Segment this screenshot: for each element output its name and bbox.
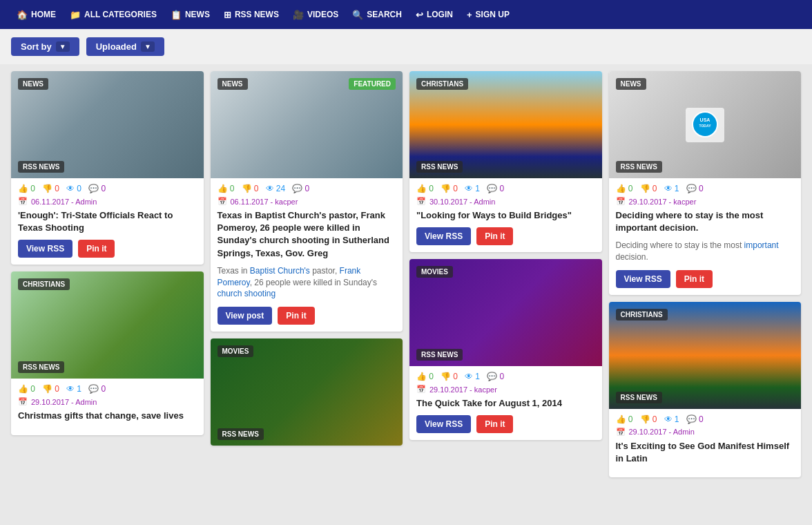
nav-rss-news-label: RSS NEWS [235, 10, 279, 19]
dislikes: 👎 0 [640, 414, 657, 424]
comments: 💬 0 [487, 372, 504, 381]
card-body: 👍 0 👎 0 👁 1 💬 0 📅 30.10.2017 - Admin "Lo… [409, 178, 602, 252]
likes: 👍 0 [416, 184, 434, 193]
card-image-wrap: CHRISTIANS RSS NEWS [409, 71, 602, 178]
card-actions: View RSS Pin it [416, 227, 595, 245]
signup-icon: + [467, 10, 472, 20]
calendar-icon: 📅 [616, 428, 626, 437]
card-date: 📅 29.10.2017 - kacper [416, 385, 595, 394]
pin-button[interactable]: Pin it [278, 307, 314, 325]
nav-home-label: HOME [31, 10, 56, 19]
toolbar: Sort by ▼ Uploaded ▼ [0, 29, 812, 64]
excerpt-link-1[interactable]: Baptist Church's [250, 266, 310, 276]
excerpt-link-3[interactable]: church shooting [218, 289, 276, 298]
nav-search[interactable]: 🔍 SEARCH [347, 0, 407, 29]
view-post-button[interactable]: View post [218, 307, 273, 325]
column-3: CHRISTIANS RSS NEWS 👍 0 👎 0 👁 1 💬 0 📅 30… [409, 71, 602, 440]
category-badge: CHRISTIANS [18, 278, 70, 290]
svg-text:TODAY: TODAY [699, 124, 711, 128]
excerpt-link[interactable]: important [744, 240, 779, 250]
card-title: Deciding where to stay is the most impor… [616, 209, 795, 234]
rss-badge: RSS NEWS [18, 161, 64, 173]
card-body: 👍 0 👎 0 👁 0 💬 0 📅 06.11.2017 - Admin 'En… [11, 178, 204, 265]
card-excerpt: Deciding where to stay is the most impor… [616, 240, 795, 263]
card-quick-take: MOVIES RSS NEWS 👍 0 👎 0 👁 1 💬 0 📅 29.10.… [409, 259, 602, 440]
nav-videos-label: VIDEOS [307, 10, 338, 19]
content-grid: NEWS RSS NEWS 👍 0 👎 0 👁 0 💬 0 📅 06.11.20… [0, 64, 812, 484]
calendar-icon: 📅 [18, 397, 28, 406]
comments: 💬 0 [487, 184, 504, 193]
card-title: 'Enough': Tri-State Officials React to T… [18, 209, 197, 234]
card-actions: View post Pin it [218, 307, 396, 325]
card-body: 👍 0 👎 0 👁 1 💬 0 📅 29.10.2017 - Admin It'… [609, 409, 802, 477]
nav-news-label: NEWS [185, 10, 210, 19]
comments: 💬 0 [686, 184, 704, 193]
nav-categories[interactable]: 📁 ALL CATEGORIES [64, 0, 162, 29]
likes: 👍 0 [218, 184, 235, 193]
news-icon: 📋 [171, 10, 182, 20]
card-actions: View RSS Pin it [616, 270, 795, 288]
card-actions: View RSS Pin it [18, 240, 197, 258]
nav-signup-label: SIGN UP [476, 10, 510, 19]
card-title: It's Exciting to See God Manifest Himsel… [616, 440, 795, 465]
card-stats: 👍 0 👎 0 👁 1 💬 0 [18, 384, 197, 394]
comments: 💬 0 [292, 184, 309, 193]
view-rss-button[interactable]: View RSS [616, 270, 670, 288]
dislikes: 👎 0 [42, 184, 59, 193]
nav-rss-news[interactable]: ⊞ RSS NEWS [218, 0, 284, 29]
dislikes: 👎 0 [242, 184, 259, 193]
nav-signup[interactable]: + SIGN UP [461, 0, 515, 29]
view-rss-button[interactable]: View RSS [416, 227, 471, 245]
rss-badge: RSS NEWS [616, 392, 662, 403]
dislikes: 👎 0 [441, 184, 458, 193]
nav-login-label: LOGIN [427, 10, 453, 19]
pin-button[interactable]: Pin it [78, 240, 115, 258]
card-image-wrap: MOVIES RSS NEWS [409, 259, 602, 366]
rss-badge: RSS NEWS [218, 428, 264, 440]
likes: 👍 0 [18, 184, 35, 193]
card-stats: 👍 0 👎 0 👁 1 💬 0 [616, 414, 795, 424]
rss-news-icon: ⊞ [224, 10, 231, 20]
pin-button[interactable]: Pin it [476, 415, 513, 433]
likes: 👍 0 [616, 184, 633, 193]
card-title: "Looking for Ways to Build Bridges" [416, 209, 595, 222]
search-icon: 🔍 [352, 10, 363, 20]
card-title: Christmas gifts that change, save lives [18, 410, 197, 422]
card-date: 📅 30.10.2017 - Admin [416, 197, 595, 206]
card-image-wrap: NEWS RSS NEWS [11, 71, 204, 178]
pin-button[interactable]: Pin it [676, 270, 713, 288]
card-stats: 👍 0 👎 0 👁 24 💬 0 [218, 184, 396, 193]
views: 👁 24 [266, 184, 286, 193]
view-rss-button[interactable]: View RSS [18, 240, 72, 258]
card-deciding-stay: NEWS RSS NEWS USA TODAY 👍 0 👎 0 [609, 71, 802, 295]
sort-by-button[interactable]: Sort by ▼ [11, 37, 79, 56]
card-image-wrap: NEWS FEATURED [211, 71, 403, 178]
views: 👁 1 [66, 384, 81, 394]
nav-login[interactable]: ↩ LOGIN [410, 0, 458, 29]
likes: 👍 0 [416, 372, 434, 381]
card-title: Texas in Baptist Church's pastor, Frank … [218, 209, 396, 260]
pin-button[interactable]: Pin it [476, 227, 513, 245]
card-date: 📅 29.10.2017 - Admin [616, 428, 795, 437]
nav-videos[interactable]: 🎥 VIDEOS [287, 0, 344, 29]
uploaded-button[interactable]: Uploaded ▼ [86, 37, 164, 56]
views: 👁 0 [66, 184, 81, 193]
rss-badge: RSS NEWS [416, 161, 463, 173]
dislikes: 👎 0 [42, 384, 59, 394]
card-body: 👍 0 👎 0 👁 24 💬 0 📅 06.11.2017 - kacper T… [211, 178, 403, 332]
card-build-bridges: CHRISTIANS RSS NEWS 👍 0 👎 0 👁 1 💬 0 📅 30… [409, 71, 602, 252]
nav-categories-label: ALL CATEGORIES [84, 10, 157, 19]
card-date: 📅 29.10.2017 - kacper [616, 197, 795, 206]
comments: 💬 0 [88, 184, 106, 193]
uploaded-label: Uploaded [96, 41, 137, 52]
uploaded-arrow: ▼ [141, 41, 155, 52]
nav-home[interactable]: 🏠 HOME [11, 0, 61, 29]
card-date: 📅 06.11.2017 - kacper [218, 197, 396, 206]
comments: 💬 0 [88, 384, 106, 394]
view-rss-button[interactable]: View RSS [416, 415, 471, 433]
nav-news[interactable]: 📋 NEWS [165, 0, 215, 29]
rss-badge: RSS NEWS [416, 349, 463, 361]
column-2: NEWS FEATURED 👍 0 👎 0 👁 24 💬 0 📅 06.11.2… [211, 71, 403, 446]
calendar-icon: 📅 [416, 197, 426, 206]
card-excerpt: Texas in Baptist Church's pastor, Frank … [218, 265, 396, 300]
